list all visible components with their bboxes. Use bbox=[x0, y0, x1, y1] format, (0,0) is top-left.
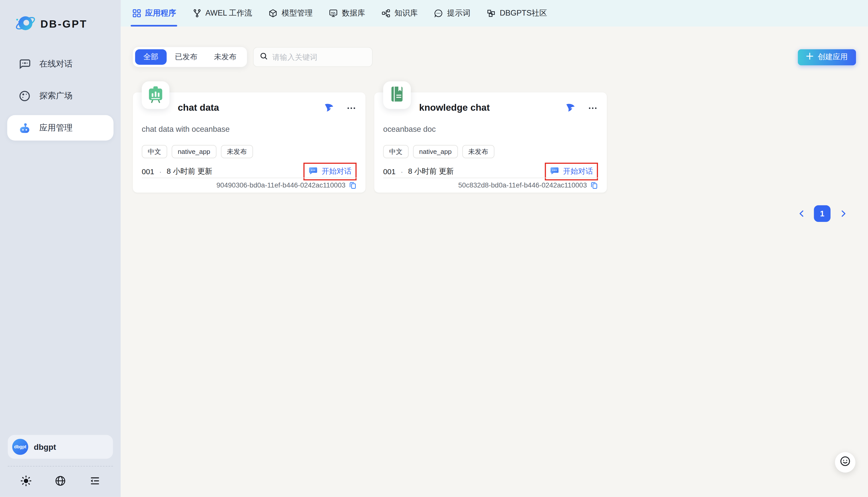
app-serial: 001 bbox=[142, 167, 154, 176]
tab-label: DBGPTS社区 bbox=[500, 8, 547, 18]
tab-prompts[interactable]: 提示词 bbox=[434, 0, 470, 27]
plus-icon bbox=[806, 53, 813, 61]
svg-text:SQL: SQL bbox=[331, 11, 336, 14]
feedback-fab[interactable] bbox=[835, 452, 855, 473]
more-menu-icon[interactable] bbox=[346, 103, 356, 113]
sql-monitor-icon: SQL bbox=[328, 9, 338, 18]
filter-unpublished[interactable]: 未发布 bbox=[206, 49, 244, 65]
card-header-actions bbox=[565, 103, 598, 113]
card-header: chat data bbox=[142, 93, 356, 116]
chat-gradient-icon bbox=[308, 166, 318, 177]
pagination: 1 bbox=[133, 205, 856, 222]
prev-page-icon[interactable] bbox=[797, 209, 806, 218]
card-footer: 90490306-bd0a-11ef-b446-0242ac110003 bbox=[142, 178, 356, 193]
tab-applications[interactable]: 应用程序 bbox=[132, 0, 176, 27]
share-network-icon bbox=[381, 9, 391, 18]
tag-status: 未发布 bbox=[221, 145, 253, 158]
tag-status: 未发布 bbox=[462, 145, 494, 158]
app-card-grid: chat data bbox=[133, 93, 856, 193]
next-page-icon[interactable] bbox=[839, 209, 847, 218]
app-card-knowledge-chat[interactable]: knowledge chat bbox=[374, 93, 607, 193]
search-icon bbox=[260, 52, 268, 62]
wing-icon[interactable] bbox=[565, 103, 576, 113]
community-blocks-icon bbox=[487, 9, 496, 18]
meta-separator: · bbox=[159, 167, 162, 176]
app-updated: 8 小时前 更新 bbox=[167, 167, 212, 177]
collapse-sidebar-icon[interactable] bbox=[89, 475, 101, 487]
card-header: knowledge chat bbox=[383, 93, 598, 116]
sidebar: DB-GPT 在线对话 bbox=[0, 0, 121, 497]
start-chat-button[interactable]: 开始对话 bbox=[550, 166, 593, 177]
content-area: 全部 已发布 未发布 bbox=[121, 27, 868, 497]
copy-icon[interactable] bbox=[590, 182, 598, 189]
sidebar-item-label: 在线对话 bbox=[39, 58, 73, 69]
user-chip[interactable]: dbgpt dbgpt bbox=[8, 435, 113, 459]
tag-type: native_app bbox=[171, 145, 216, 158]
tab-label: AWEL 工作流 bbox=[206, 8, 252, 18]
tab-model-management[interactable]: 模型管理 bbox=[268, 0, 312, 27]
app-description: chat data with oceanbase bbox=[142, 125, 356, 133]
tag-language: 中文 bbox=[383, 145, 409, 158]
tab-label: 数据库 bbox=[342, 8, 365, 18]
theme-sun-icon[interactable] bbox=[20, 475, 32, 487]
search-input[interactable] bbox=[272, 53, 366, 61]
avatar: dbgpt bbox=[12, 439, 28, 455]
start-chat-button[interactable]: 开始对话 bbox=[308, 166, 352, 177]
book-icon bbox=[388, 85, 406, 106]
wing-icon[interactable] bbox=[324, 103, 335, 113]
tab-label: 应用程序 bbox=[145, 8, 176, 18]
app-logo: DB-GPT bbox=[0, 0, 121, 41]
explore-face-icon bbox=[18, 89, 31, 102]
start-chat-label: 开始对话 bbox=[322, 167, 352, 177]
copy-icon[interactable] bbox=[349, 182, 356, 189]
search-box bbox=[253, 47, 373, 67]
sidebar-item-label: 探索广场 bbox=[39, 90, 73, 101]
robot-icon bbox=[18, 122, 31, 134]
logo-planet-icon bbox=[14, 12, 37, 37]
app-title: chat data bbox=[178, 102, 219, 113]
page-number[interactable]: 1 bbox=[814, 205, 830, 222]
sidebar-item-online-chat[interactable]: 在线对话 bbox=[7, 51, 113, 76]
app-grid-icon bbox=[132, 9, 141, 18]
tab-label: 模型管理 bbox=[282, 8, 312, 18]
tag-list: 中文 native_app 未发布 bbox=[142, 145, 356, 158]
tag-type: native_app bbox=[413, 145, 458, 158]
app-title: knowledge chat bbox=[419, 102, 490, 113]
tab-label: 提示词 bbox=[447, 8, 471, 18]
tab-database[interactable]: SQL 数据库 bbox=[328, 0, 365, 27]
tab-dbgpts-community[interactable]: DBGPTS社区 bbox=[487, 0, 547, 27]
filter-all[interactable]: 全部 bbox=[135, 49, 167, 65]
create-app-label: 创建应用 bbox=[818, 52, 848, 62]
tab-awel-workflow[interactable]: AWEL 工作流 bbox=[192, 0, 252, 27]
top-nav: 应用程序 AWEL 工作流 模型管理 bbox=[121, 0, 868, 27]
app-id: 50c832d8-bd0a-11ef-b446-0242ac110003 bbox=[458, 182, 587, 189]
main-column: 应用程序 AWEL 工作流 模型管理 bbox=[121, 0, 868, 497]
language-globe-icon[interactable] bbox=[54, 475, 66, 487]
logo-text: DB-GPT bbox=[40, 18, 87, 30]
sidebar-spacer bbox=[0, 141, 121, 435]
branch-icon bbox=[192, 9, 201, 18]
sidebar-item-explore[interactable]: 探索广场 bbox=[7, 83, 113, 109]
tag-language: 中文 bbox=[142, 145, 167, 158]
start-chat-label: 开始对话 bbox=[563, 167, 593, 177]
tab-label: 知识库 bbox=[395, 8, 418, 18]
cube-icon bbox=[268, 9, 278, 18]
sidebar-item-label: 应用管理 bbox=[39, 123, 73, 133]
chat-gradient-icon bbox=[550, 166, 559, 177]
filter-published[interactable]: 已发布 bbox=[167, 49, 206, 65]
create-app-button[interactable]: 创建应用 bbox=[798, 49, 856, 65]
message-dots-icon bbox=[434, 9, 443, 18]
card-header-actions bbox=[324, 103, 356, 113]
app-updated: 8 小时前 更新 bbox=[408, 167, 454, 177]
sidebar-item-app-management[interactable]: 应用管理 bbox=[7, 115, 113, 141]
chat-bubble-icon bbox=[18, 57, 31, 70]
toolbar: 全部 已发布 未发布 bbox=[133, 47, 856, 67]
app-id: 90490306-bd0a-11ef-b446-0242ac110003 bbox=[216, 182, 346, 189]
app-card-chat-data[interactable]: chat data bbox=[133, 93, 365, 193]
smiley-icon bbox=[839, 455, 851, 469]
app-icon-tile bbox=[383, 81, 411, 109]
more-menu-icon[interactable] bbox=[587, 103, 598, 113]
sidebar-menu: 在线对话 探索广场 bbox=[0, 51, 121, 141]
tab-knowledge-base[interactable]: 知识库 bbox=[381, 0, 418, 27]
meta-separator: · bbox=[401, 167, 403, 176]
